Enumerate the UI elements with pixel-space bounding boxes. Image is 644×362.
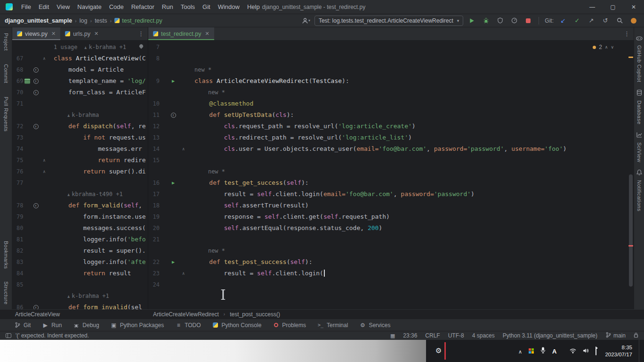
- code-annotation-line[interactable]: new *: [148, 64, 634, 75]
- code-line[interactable]: 16▶ def test_get_success(self):: [148, 177, 634, 189]
- error-stripe-mark[interactable]: [628, 245, 633, 247]
- run-configuration-select[interactable]: Test: log.tests.test_redirect.ArticleCre…: [314, 16, 463, 26]
- code-line[interactable]: 14∧ cls.user = User.objects.create_user(…: [148, 143, 634, 155]
- code-line[interactable]: 81 logger.info('befo: [12, 234, 148, 245]
- right-code-area[interactable]: 2 ∧ ∨ 78new *9▶class ArticleCreateViewRe…: [148, 41, 634, 309]
- menu-run[interactable]: Run: [158, 0, 177, 14]
- tool-window-button-problems[interactable]: Problems: [273, 322, 306, 329]
- tab-options-icon[interactable]: ⋮: [134, 27, 148, 40]
- fold-marker-icon[interactable]: ∧: [178, 268, 191, 279]
- settings-gear-icon[interactable]: ⚙: [435, 346, 442, 355]
- tray-expand-icon[interactable]: ∧: [518, 347, 522, 355]
- maximize-button[interactable]: ▢: [603, 0, 623, 14]
- code-line[interactable]: 73 if not request.us: [12, 132, 148, 143]
- code-line[interactable]: 17 result = self.client.login(email='foo…: [148, 189, 634, 200]
- code-line[interactable]: 12 cls.request_path = resolve_url('log:a…: [148, 121, 634, 132]
- code-line[interactable]: 11↑ def setUpTestData(cls):: [148, 109, 634, 121]
- code-line[interactable]: 24: [148, 279, 634, 290]
- code-annotation-line[interactable]: 1 usage k-brahma +1: [12, 41, 148, 53]
- code-annotation-line[interactable]: new *: [148, 245, 634, 256]
- network-icon[interactable]: [570, 347, 576, 355]
- run-test-icon[interactable]: ▶: [172, 75, 175, 87]
- minimize-button[interactable]: —: [582, 0, 603, 14]
- memory-indicator-icon[interactable]: ▦: [390, 333, 395, 339]
- fold-marker-icon[interactable]: ∧: [40, 166, 48, 177]
- search-everywhere-button[interactable]: [614, 16, 625, 26]
- code-line[interactable]: 69↑ template_name = 'log/: [12, 75, 148, 87]
- ime-icon[interactable]: A: [552, 347, 556, 355]
- tool-window-button-git[interactable]: Git: [14, 322, 31, 329]
- close-tab-icon[interactable]: ✕: [94, 31, 98, 37]
- git-update-button[interactable]: ↙: [557, 16, 569, 26]
- layout-icon[interactable]: [6, 333, 11, 338]
- code-line[interactable]: 8: [148, 53, 634, 64]
- app-grid-icon[interactable]: [529, 348, 534, 354]
- run-test-icon[interactable]: ▶: [172, 256, 175, 268]
- status-python-3-11-django-unittest-sample-[interactable]: Python 3.11 (django_unittest_sample): [503, 332, 597, 339]
- changelist-icon[interactable]: [24, 78, 30, 84]
- code-annotation-line[interactable]: new *: [148, 87, 634, 98]
- code-line[interactable]: 22▶ def test_post_success(self):: [148, 256, 634, 268]
- stop-button[interactable]: [523, 16, 534, 26]
- code-line[interactable]: 21: [148, 234, 634, 245]
- close-tab-icon[interactable]: ✕: [205, 31, 209, 37]
- menu-refactor[interactable]: Refactor: [128, 0, 158, 14]
- rollback-button[interactable]: ↺: [600, 16, 611, 26]
- menu-file[interactable]: File: [17, 0, 35, 14]
- tab-test-redirect-py[interactable]: test_redirect.py✕: [148, 27, 214, 40]
- code-annotation-line[interactable]: k-brahma: [12, 109, 148, 121]
- code-line[interactable]: 71: [12, 98, 148, 109]
- code-annotation-line[interactable]: new *: [148, 166, 634, 177]
- close-button[interactable]: ✕: [623, 0, 644, 14]
- tool-window-button-run[interactable]: ▶Run: [42, 322, 62, 329]
- tab-urls-py[interactable]: urls.py✕: [60, 27, 103, 40]
- code-line[interactable]: 68↑ model = Article: [12, 64, 148, 75]
- override-icon[interactable]: ↑: [171, 113, 176, 118]
- override-icon[interactable]: ↑: [33, 305, 39, 310]
- tool-stripe-bookmarks[interactable]: Bookmarks: [3, 241, 9, 269]
- menu-navigate[interactable]: Navigate: [73, 0, 105, 14]
- volume-icon[interactable]: [583, 347, 589, 355]
- right-editor-breadcrumb[interactable]: ArticleCreateViewRedirect›test_post_succ…: [148, 311, 280, 318]
- run-test-icon[interactable]: ▶: [172, 177, 175, 189]
- fold-marker-icon[interactable]: ∧: [178, 143, 191, 155]
- code-line[interactable]: 86↑ def form_invalid(sel: [12, 302, 148, 309]
- tool-stripe-pull-requests[interactable]: Pull Requests: [3, 97, 9, 132]
- taskbar-clock[interactable]: 8:352023/07/17: [605, 344, 632, 358]
- override-icon[interactable]: ↑: [33, 90, 39, 95]
- next-problem-icon[interactable]: ∨: [611, 45, 614, 49]
- code-line[interactable]: 70↑ form_class = ArticleF: [12, 87, 148, 98]
- code-line[interactable]: 80 messages.success(: [12, 222, 148, 234]
- coverage-button[interactable]: [494, 16, 506, 26]
- tool-window-button-services[interactable]: ⚙Services: [359, 322, 390, 329]
- left-code-area[interactable]: 1 usage k-brahma +167∧class ArticleCreat…: [12, 41, 148, 309]
- code-line[interactable]: 15: [148, 155, 634, 166]
- warning-stripe-mark[interactable]: [628, 57, 633, 58]
- code-line[interactable]: 75∧ return redire: [12, 155, 148, 166]
- previous-problem-icon[interactable]: ∧: [605, 45, 608, 49]
- breadcrumb-item-articlecreateviewredirect[interactable]: ArticleCreateViewRedirect: [153, 311, 219, 318]
- code-line[interactable]: 67∧class ArticleCreateView(C: [12, 53, 148, 64]
- code-line[interactable]: 19 response = self.client.get(self.reque…: [148, 211, 634, 222]
- code-line[interactable]: 72↑ def dispatch(self, re: [12, 121, 148, 132]
- code-line[interactable]: 82 result = super().: [12, 245, 148, 256]
- code-line[interactable]: 78↑ def form_valid(self,: [12, 200, 148, 211]
- code-line[interactable]: 20 self.assertEqual(response.status_code…: [148, 222, 634, 234]
- tool-stripe-database[interactable]: Database: [636, 89, 642, 124]
- show-desktop-strip[interactable]: [639, 340, 641, 362]
- code-line[interactable]: 83 logger.info('afte: [12, 256, 148, 268]
- tool-stripe-commit[interactable]: Commit: [3, 64, 9, 83]
- code-line[interactable]: 79 form.instance.use: [12, 211, 148, 222]
- code-annotation-line[interactable]: k-brahma +1: [12, 290, 148, 302]
- menu-git[interactable]: Git: [199, 0, 214, 14]
- code-line[interactable]: 85: [12, 279, 148, 290]
- editor-scrollbar[interactable]: [629, 174, 633, 287]
- tab-views-py[interactable]: views.py✕: [12, 27, 60, 40]
- code-line[interactable]: 13 cls.redirect_path = resolve_url('log:…: [148, 132, 634, 143]
- code-line[interactable]: 23∧ result = self.client.login(: [148, 268, 634, 279]
- status-utf-8[interactable]: UTF-8: [448, 332, 464, 339]
- microphone-icon[interactable]: [540, 347, 546, 355]
- code-line[interactable]: 84 return result: [12, 268, 148, 279]
- tool-window-button-python-console[interactable]: Python Console: [212, 322, 262, 329]
- inspections-widget[interactable]: 2 ∧ ∨: [593, 44, 614, 50]
